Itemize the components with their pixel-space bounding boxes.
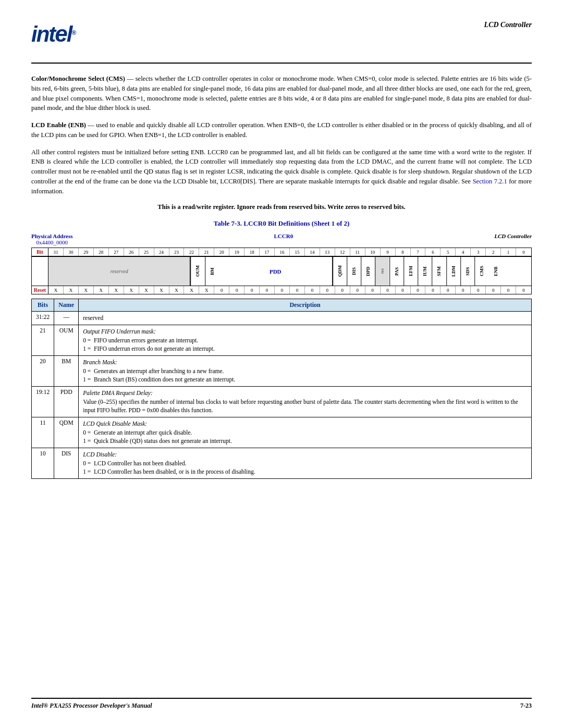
bit-27: 27 [109, 248, 124, 256]
reset-21: X [199, 286, 214, 294]
table-row: 21 OUM Output FIFO Underrun mask: 0 = FI… [32, 325, 532, 355]
reset-16: 0 [275, 286, 290, 294]
bit-11: 11 [350, 248, 365, 256]
reset-13: 0 [320, 286, 335, 294]
fields-row: reserved OUM BM PDD QDM DIS DPD res PAS … [32, 256, 531, 286]
reset-20: 0 [214, 286, 229, 294]
desc-oum: Output FIFO Underrun mask: 0 = FIFO unde… [79, 325, 532, 355]
desc-oum-line2: 1 = FIFO underrun errors do not generate… [83, 346, 215, 352]
reset-3: 0 [471, 286, 486, 294]
reset-4: 0 [456, 286, 471, 294]
bit-7: 7 [411, 248, 426, 256]
bits-19-12: 19:12 [32, 386, 54, 417]
desc-bm: Branch Mask: 0 = Generates an interrupt … [79, 355, 532, 386]
cms-paragraph: Color/Monochrome Select (CMS) — selects … [31, 74, 532, 113]
field-pdd: PDD [219, 257, 333, 286]
bits-11: 11 [32, 417, 54, 448]
reset-10: 0 [365, 286, 381, 294]
reset-24: X [154, 286, 169, 294]
bits-20: 20 [32, 355, 54, 386]
reset-22: X [184, 286, 199, 294]
bit-5: 5 [440, 248, 456, 256]
field-sds: SDS [460, 257, 474, 286]
logo-text: intel [31, 22, 71, 46]
bit-definitions-table: Bits Name Description 31:22 — reserved 2… [31, 299, 532, 479]
field-oum: OUM [190, 257, 204, 286]
name-dis: DIS [54, 448, 79, 478]
header-divider [31, 63, 532, 64]
footer-right: 7-23 [520, 702, 532, 710]
desc-dis-line2: 1 = LCD Controller has been disabled, or… [83, 468, 255, 475]
reset-23: X [169, 286, 185, 294]
table-row: 31:22 — reserved [32, 312, 532, 325]
reset-7: 0 [411, 286, 426, 294]
desc-reserved: reserved [79, 312, 532, 325]
control-paragraph: All other control registers must be init… [31, 147, 532, 196]
bit-13: 13 [320, 248, 335, 256]
bit-21: 21 [199, 248, 214, 256]
reset-31: X [48, 286, 64, 294]
bit-24: 24 [154, 248, 169, 256]
reg-name-col: LCCR0 [274, 233, 293, 245]
desc-qdm-title: LCD Quick Disable Mask: [83, 421, 147, 427]
name-pdd: PDD [54, 386, 79, 417]
table-title: Table 7-3. LCCR0 Bit Definitions (Sheet … [31, 219, 532, 228]
bit-17: 17 [260, 248, 275, 256]
register-info: Physical Address 0x4400_0000 LCCR0 LCD C… [31, 233, 532, 245]
field-dpd: DPD [361, 257, 375, 286]
field-bm: BM [205, 257, 219, 286]
reset-15: 0 [290, 286, 305, 294]
bits-21: 21 [32, 325, 54, 355]
reg-module: LCD Controller [494, 233, 532, 239]
desc-oum-line1: 0 = FIFO underrun errors generate an int… [83, 337, 198, 343]
desc-dis-title: LCD Disable: [83, 451, 117, 458]
phys-addr-col: Physical Address 0x4400_0000 [31, 233, 73, 245]
phys-addr-value: 0x4400_0000 [36, 239, 68, 245]
reset-27: X [109, 286, 124, 294]
bit-8: 8 [396, 248, 411, 256]
name-reserved: — [54, 312, 79, 325]
bit-14: 14 [305, 248, 320, 256]
bit-31: 31 [48, 248, 64, 256]
bit-corner-label: Bit [32, 248, 48, 256]
desc-qdm-line1: 0 = Generate an interrupt after quick di… [83, 429, 192, 436]
enb-paragraph: LCD Enable (ENB) — used to enable and qu… [31, 120, 532, 140]
reset-2: 0 [486, 286, 501, 294]
bit-3: 3 [471, 248, 486, 256]
reset-25: X [139, 286, 154, 294]
reset-label: Reset [32, 286, 48, 294]
desc-pdd-title: Palette DMA Request Delay: [83, 390, 153, 396]
bits-31-22: 31:22 [32, 312, 54, 325]
cms-term: Color/Monochrome Select (CMS) [31, 75, 125, 82]
logo-reg: ® [71, 29, 75, 36]
bit-20: 20 [214, 248, 229, 256]
field-cms: CMS [474, 257, 488, 286]
desc-bm-title: Branch Mask: [83, 359, 117, 365]
bits-10: 10 [32, 448, 54, 478]
reset-1: 0 [501, 286, 516, 294]
reg-module-col: LCD Controller [494, 233, 532, 245]
field-ldm: LDM [446, 257, 460, 286]
field-ium: IUM [418, 257, 432, 286]
desc-pdd-line1: Value (0–255) specifies the number of in… [83, 399, 518, 414]
footer-left-text: Intel® PXA255 Processor Developer's Manu… [31, 702, 152, 709]
reset-9: 0 [381, 286, 396, 294]
fields-corner [32, 257, 48, 286]
col-description: Description [79, 299, 532, 312]
reset-6: 0 [425, 286, 440, 294]
reset-26: X [124, 286, 139, 294]
enb-term: LCD Enable (ENB) [31, 121, 86, 129]
bit-15: 15 [290, 248, 305, 256]
field-reserved-8: res [375, 257, 389, 286]
bit-12: 12 [335, 248, 350, 256]
bit-29: 29 [79, 248, 94, 256]
section-link[interactable]: Section 7.2.1 [473, 178, 507, 185]
col-bits: Bits [32, 299, 54, 312]
desc-bm-line1: 0 = Generates an interrupt after branchi… [83, 368, 224, 374]
reset-14: 0 [305, 286, 320, 294]
reset-11: 0 [350, 286, 365, 294]
name-qdm: QDM [54, 417, 79, 448]
name-bm: BM [54, 355, 79, 386]
page-header: intel® LCD Controller [31, 21, 532, 47]
reset-30: X [64, 286, 79, 294]
